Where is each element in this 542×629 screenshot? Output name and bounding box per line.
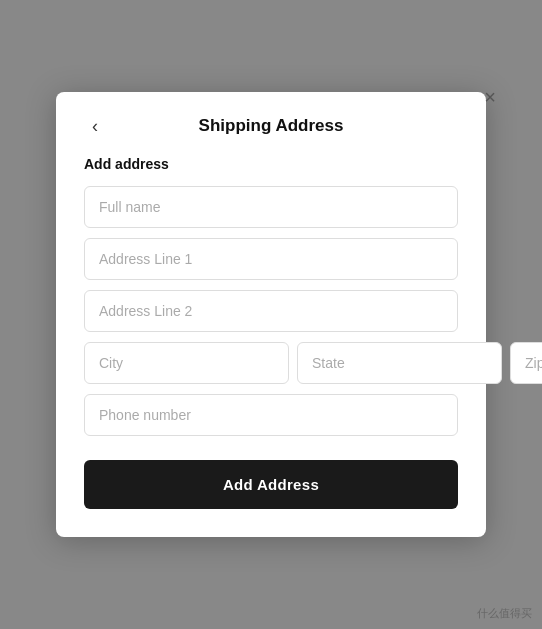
- full-name-input[interactable]: [84, 186, 458, 228]
- address-line2-input[interactable]: [84, 290, 458, 332]
- address-line1-input[interactable]: [84, 238, 458, 280]
- zip-input[interactable]: [510, 342, 542, 384]
- phone-group: [84, 394, 458, 436]
- full-name-group: [84, 186, 458, 228]
- add-address-label: Add address: [84, 156, 458, 172]
- add-address-button[interactable]: Add Address: [84, 460, 458, 509]
- shipping-address-modal: × ‹ Shipping Address Add address: [56, 92, 486, 537]
- city-state-zip-row: [84, 342, 458, 384]
- address1-group: [84, 238, 458, 280]
- state-input[interactable]: [297, 342, 502, 384]
- watermark: 什么值得买: [477, 606, 532, 621]
- close-button[interactable]: ×: [480, 82, 500, 113]
- back-button[interactable]: ‹: [84, 112, 106, 141]
- address2-group: [84, 290, 458, 332]
- city-input[interactable]: [84, 342, 289, 384]
- modal-overlay: × ‹ Shipping Address Add address: [0, 0, 542, 629]
- phone-input[interactable]: [84, 394, 458, 436]
- modal-title: Shipping Address: [199, 116, 344, 136]
- modal-header: ‹ Shipping Address: [84, 116, 458, 136]
